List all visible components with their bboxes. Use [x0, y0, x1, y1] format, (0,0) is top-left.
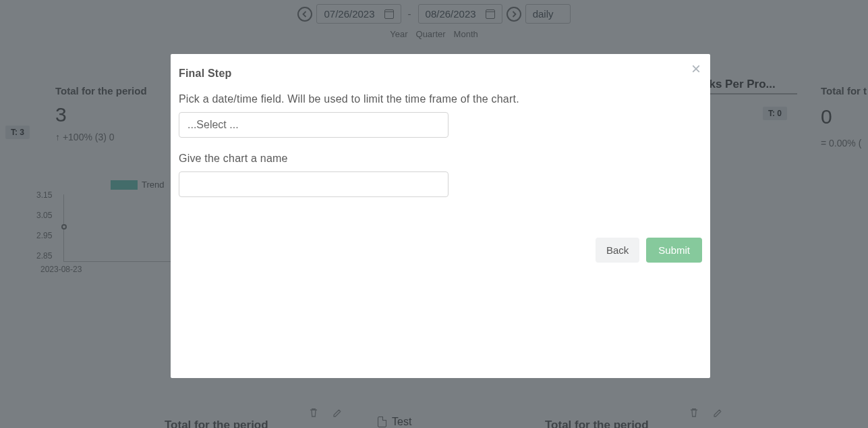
- date-field-label: Pick a date/time field. Will be used to …: [179, 93, 702, 105]
- final-step-modal: × Final Step Pick a date/time field. Wil…: [171, 54, 710, 378]
- chart-name-input[interactable]: [179, 171, 449, 197]
- modal-title: Final Step: [179, 68, 702, 80]
- close-icon[interactable]: ×: [691, 61, 701, 77]
- date-field-select[interactable]: ...Select ...: [179, 112, 449, 138]
- chart-name-label: Give the chart a name: [179, 153, 702, 165]
- modal-footer: Back Submit: [596, 238, 702, 263]
- select-placeholder: ...Select ...: [187, 119, 239, 131]
- back-button[interactable]: Back: [596, 238, 639, 263]
- submit-button[interactable]: Submit: [646, 238, 702, 263]
